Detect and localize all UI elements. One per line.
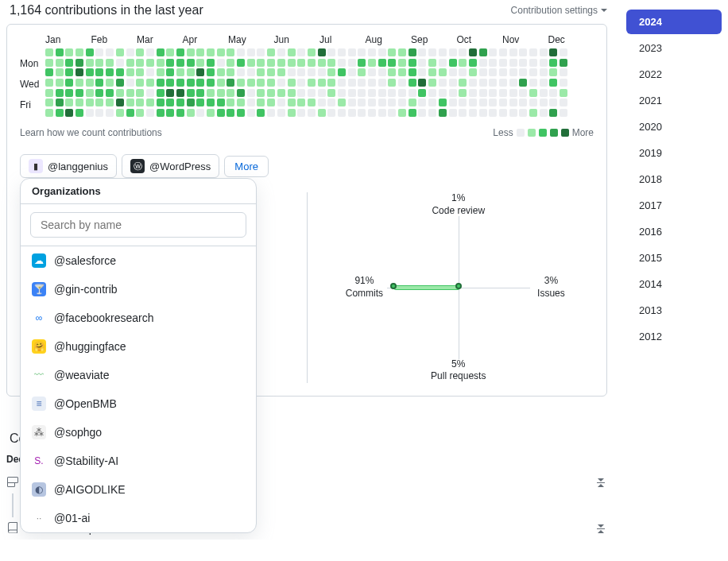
contribution-cell[interactable] [409, 68, 416, 76]
contribution-cell[interactable] [277, 79, 285, 87]
contribution-cell[interactable] [237, 59, 245, 67]
contribution-cell[interactable] [257, 99, 265, 106]
contribution-cell[interactable] [338, 68, 346, 76]
contribution-cell[interactable] [76, 68, 83, 76]
contribution-cell[interactable] [418, 99, 426, 106]
contribution-cell[interactable] [308, 68, 316, 76]
contribution-cell[interactable] [308, 48, 316, 56]
contribution-cell[interactable] [409, 89, 416, 97]
contribution-cell[interactable] [398, 99, 406, 106]
contribution-cell[interactable] [348, 89, 356, 97]
contribution-cell[interactable] [318, 48, 326, 56]
contribution-cell[interactable] [247, 68, 255, 76]
contribution-cell[interactable] [126, 89, 134, 97]
contribution-cell[interactable] [76, 79, 83, 87]
contribution-cell[interactable] [378, 59, 386, 67]
contribution-cell[interactable] [398, 59, 406, 67]
year-filter-2013[interactable]: 2013 [626, 298, 722, 323]
contribution-cell[interactable] [409, 99, 416, 106]
contribution-cell[interactable] [428, 109, 436, 117]
contribution-cell[interactable] [267, 89, 275, 97]
contribution-cell[interactable] [439, 89, 447, 97]
contribution-cell[interactable] [308, 79, 316, 87]
contribution-cell[interactable] [418, 48, 426, 56]
contribution-cell[interactable] [428, 79, 436, 87]
year-filter-2015[interactable]: 2015 [626, 246, 722, 270]
contribution-cell[interactable] [388, 89, 396, 97]
contribution-cell[interactable] [227, 99, 234, 106]
contribution-cell[interactable] [459, 99, 467, 106]
contribution-cell[interactable] [469, 79, 477, 87]
contribution-cell[interactable] [549, 79, 557, 87]
contribution-cell[interactable] [439, 68, 447, 76]
contribution-cell[interactable] [449, 99, 457, 106]
contribution-cell[interactable] [297, 109, 305, 117]
contribution-cell[interactable] [459, 48, 467, 56]
contribution-cell[interactable] [560, 89, 567, 97]
contribution-cell[interactable] [540, 68, 548, 76]
contribution-cell[interactable] [398, 89, 406, 97]
contribution-cell[interactable] [368, 48, 376, 56]
contribution-cell[interactable] [247, 79, 255, 87]
contribution-cell[interactable] [106, 68, 114, 76]
year-filter-2019[interactable]: 2019 [626, 141, 722, 165]
contribution-cell[interactable] [398, 68, 406, 76]
contribution-cell[interactable] [196, 59, 204, 67]
contribution-cell[interactable] [388, 79, 396, 87]
contribution-cell[interactable] [479, 89, 487, 97]
org-menu-item[interactable]: 🍸@gin-contrib [21, 275, 256, 304]
contribution-grid[interactable] [45, 48, 567, 121]
contribution-cell[interactable] [509, 99, 517, 106]
contribution-cell[interactable] [56, 59, 64, 67]
contribution-cell[interactable] [469, 68, 477, 76]
contribution-cell[interactable] [318, 68, 326, 76]
contribution-cell[interactable] [499, 109, 507, 117]
contribution-cell[interactable] [126, 48, 134, 56]
contribution-cell[interactable] [348, 59, 356, 67]
contribution-cell[interactable] [56, 89, 64, 97]
contribution-cell[interactable] [157, 48, 165, 56]
contribution-cell[interactable] [187, 68, 195, 76]
year-filter-2021[interactable]: 2021 [626, 88, 722, 113]
year-filter-2016[interactable]: 2016 [626, 219, 722, 244]
contribution-cell[interactable] [529, 89, 537, 97]
org-pill[interactable]: ⓦ@WordPress [122, 154, 219, 178]
contribution-cell[interactable] [469, 109, 477, 117]
contribution-cell[interactable] [217, 59, 225, 67]
contribution-cell[interactable] [157, 68, 165, 76]
contribution-cell[interactable] [428, 48, 436, 56]
contribution-cell[interactable] [207, 89, 215, 97]
contribution-cell[interactable] [529, 59, 537, 67]
contribution-cell[interactable] [86, 68, 94, 76]
org-more-button[interactable]: More [224, 156, 269, 177]
contribution-cell[interactable] [560, 109, 567, 117]
contribution-cell[interactable] [327, 109, 335, 117]
contribution-cell[interactable] [136, 109, 144, 117]
contribution-cell[interactable] [499, 79, 507, 87]
contribution-cell[interactable] [519, 48, 527, 56]
contribution-cell[interactable] [217, 48, 225, 56]
contribution-cell[interactable] [288, 89, 296, 97]
contribution-cell[interactable] [176, 109, 184, 117]
contribution-cell[interactable] [308, 109, 316, 117]
contribution-cell[interactable] [217, 79, 225, 87]
contribution-cell[interactable] [45, 48, 53, 56]
contribution-cell[interactable] [237, 48, 245, 56]
contribution-cell[interactable] [428, 68, 436, 76]
contribution-cell[interactable] [56, 68, 64, 76]
contribution-cell[interactable] [227, 68, 234, 76]
contribution-cell[interactable] [267, 109, 275, 117]
contribution-cell[interactable] [469, 99, 477, 106]
contribution-cell[interactable] [257, 89, 265, 97]
contribution-cell[interactable] [439, 59, 447, 67]
contribution-cell[interactable] [65, 99, 73, 106]
contribution-cell[interactable] [157, 89, 165, 97]
contribution-cell[interactable] [267, 59, 275, 67]
contribution-cell[interactable] [348, 79, 356, 87]
contribution-cell[interactable] [439, 48, 447, 56]
contribution-cell[interactable] [257, 68, 265, 76]
contribution-cell[interactable] [56, 48, 64, 56]
contribution-cell[interactable] [540, 79, 548, 87]
year-filter-2017[interactable]: 2017 [626, 193, 722, 218]
year-filter-2018[interactable]: 2018 [626, 167, 722, 192]
